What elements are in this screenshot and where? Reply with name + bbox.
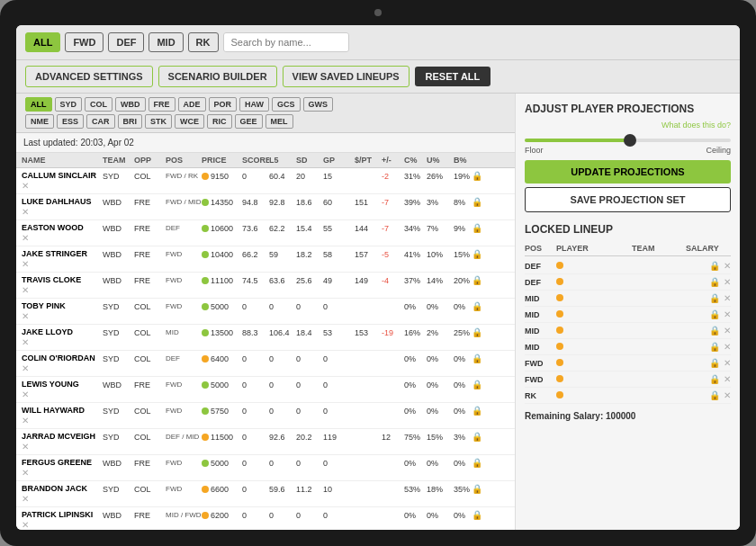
team-bri[interactable]: BRI [118, 114, 143, 129]
team-gws[interactable]: GWS [303, 97, 334, 112]
lock-icon[interactable]: 🔒 [472, 380, 490, 389]
locked-rows-body: DEF 🔒 ✕ DEF 🔒 ✕ MID 🔒 ✕ MID 🔒 ✕ MID [525, 258, 731, 404]
scenario-builder-button[interactable]: SCENARIO BUILDER [158, 66, 277, 87]
team-ric[interactable]: RIC [207, 114, 232, 129]
locked-remove-icon[interactable]: ✕ [724, 358, 731, 368]
player-team: SYD [103, 302, 134, 311]
filter-rk[interactable]: RK [188, 32, 219, 52]
remove-icon[interactable]: ✕ [22, 207, 103, 217]
locked-remove-icon[interactable]: ✕ [724, 342, 731, 352]
remove-icon[interactable]: ✕ [22, 520, 103, 530]
locked-lock-icon[interactable]: 🔒 [709, 358, 720, 368]
team-wbd[interactable]: WBD [115, 97, 146, 112]
slider-thumb[interactable] [624, 134, 636, 147]
player-sd: 15.4 [296, 224, 323, 233]
team-nme[interactable]: NME [25, 114, 54, 129]
remove-icon[interactable]: ✕ [22, 181, 103, 191]
team-mel[interactable]: MEL [266, 114, 293, 129]
locked-player-dot [556, 375, 632, 384]
what-does-link[interactable]: What does this do? [525, 121, 731, 130]
team-por[interactable]: POR [209, 97, 238, 112]
lock-icon[interactable]: 🔒 [472, 458, 490, 468]
locked-remove-icon[interactable]: ✕ [724, 261, 731, 271]
player-score: 88.3 [242, 328, 269, 337]
lock-icon[interactable]: 🔒 [472, 406, 490, 416]
filter-mid[interactable]: MID [148, 32, 183, 52]
view-saved-lineups-button[interactable]: VIEW SAVED LINEUPS [283, 66, 410, 87]
locked-remove-icon[interactable]: ✕ [724, 277, 731, 287]
remove-icon[interactable]: ✕ [22, 233, 103, 243]
reset-all-button[interactable]: RESET ALL [415, 67, 491, 86]
remove-icon[interactable]: ✕ [22, 389, 103, 399]
player-u: 14% [427, 276, 454, 285]
update-projections-button[interactable]: UPDATE PROJECTIONS [525, 160, 731, 183]
player-c: 0% [404, 459, 427, 468]
locked-lock-icon[interactable]: 🔒 [709, 293, 720, 303]
filter-fwd[interactable]: FWD [65, 32, 104, 52]
player-score: 0 [242, 354, 269, 363]
locked-lock-icon[interactable]: 🔒 [709, 277, 720, 287]
team-stk[interactable]: STK [145, 114, 172, 129]
player-name: FERGUS GREENE [22, 458, 103, 468]
remove-icon[interactable]: ✕ [22, 259, 103, 269]
remove-icon[interactable]: ✕ [22, 494, 103, 504]
projection-slider[interactable] [525, 139, 731, 142]
lock-icon[interactable]: 🔒 [472, 484, 490, 494]
locked-row: FWD 🔒 ✕ [525, 371, 731, 388]
team-haw[interactable]: HAW [239, 97, 269, 112]
lock-icon[interactable]: 🔒 [472, 171, 490, 181]
player-b: 19% [454, 172, 472, 181]
lock-icon[interactable]: 🔒 [472, 432, 490, 442]
team-fre[interactable]: FRE [148, 97, 176, 112]
team-car[interactable]: CAR [86, 114, 115, 129]
team-wce[interactable]: WCE [175, 114, 204, 129]
team-gcs[interactable]: GCS [272, 97, 301, 112]
player-sd: 0 [296, 302, 323, 311]
player-l5: 0 [269, 354, 296, 363]
remove-icon[interactable]: ✕ [22, 285, 103, 295]
advanced-settings-button[interactable]: ADVANCED SETTINGS [25, 66, 153, 87]
filter-def[interactable]: DEF [108, 32, 144, 52]
team-ess[interactable]: ESS [57, 114, 84, 129]
locked-lock-icon[interactable]: 🔒 [709, 374, 720, 384]
locked-lock-icon[interactable]: 🔒 [709, 342, 720, 352]
locked-player-dot [556, 343, 632, 352]
remove-icon[interactable]: ✕ [22, 416, 103, 425]
remove-icon[interactable]: ✕ [22, 363, 103, 373]
locked-lock-icon[interactable]: 🔒 [709, 390, 720, 400]
locked-remove-icon[interactable]: ✕ [724, 326, 731, 336]
player-plusminus: -7 [382, 224, 404, 233]
locked-remove-icon[interactable]: ✕ [724, 390, 731, 400]
team-ade[interactable]: ADE [178, 97, 206, 112]
lock-icon[interactable]: 🔒 [472, 301, 490, 311]
locked-pos: MID [525, 343, 556, 352]
team-all[interactable]: ALL [25, 97, 52, 112]
lock-icon[interactable]: 🔒 [472, 510, 490, 520]
lock-icon[interactable]: 🔒 [472, 327, 490, 337]
lock-icon[interactable]: 🔒 [472, 354, 490, 363]
remove-icon[interactable]: ✕ [22, 311, 103, 321]
player-score: 0 [242, 302, 269, 311]
remove-icon[interactable]: ✕ [22, 337, 103, 347]
remove-icon[interactable]: ✕ [22, 468, 103, 478]
remove-icon[interactable]: ✕ [22, 442, 103, 452]
table-row: CALLUM SINCLAIR SYD COL FWD / RK 9150 0 … [16, 168, 515, 194]
locked-pos: MID [525, 327, 556, 336]
locked-remove-icon[interactable]: ✕ [724, 374, 731, 384]
team-syd[interactable]: SYD [55, 97, 83, 112]
filter-all[interactable]: ALL [25, 32, 60, 52]
locked-lock-icon[interactable]: 🔒 [709, 261, 720, 271]
player-sd: 18.6 [296, 198, 323, 207]
locked-remove-icon[interactable]: ✕ [724, 309, 731, 319]
locked-remove-icon[interactable]: ✕ [724, 293, 731, 303]
team-col[interactable]: COL [85, 97, 112, 112]
search-input[interactable] [223, 32, 349, 52]
save-projection-set-button[interactable]: SAVE PROJECTION SET [525, 187, 731, 212]
lock-icon[interactable]: 🔒 [472, 249, 490, 259]
locked-lock-icon[interactable]: 🔒 [709, 309, 720, 319]
locked-lock-icon[interactable]: 🔒 [709, 326, 720, 336]
lock-icon[interactable]: 🔒 [472, 275, 490, 285]
lock-icon[interactable]: 🔒 [472, 223, 490, 233]
lock-icon[interactable]: 🔒 [472, 197, 490, 207]
team-gee[interactable]: GEE [235, 114, 263, 129]
